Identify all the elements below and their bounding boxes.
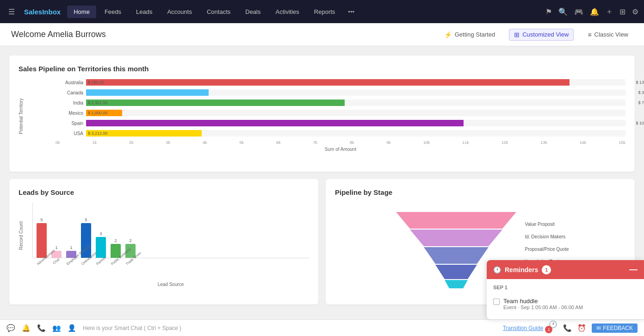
bottom-bar: 💬 🔔 📞 👥 👤 Here is your Smart Chat ( Ctrl…: [0, 319, 644, 336]
hbar-x-label: Sum of Amount: [56, 147, 625, 152]
funnel-label-3: Proposal/Price Quote: [525, 247, 569, 252]
svg-marker-3: [435, 265, 477, 279]
nav-contacts[interactable]: Contacts: [200, 6, 237, 18]
nav-action-icons: ⚑ 🔍 🎮 🔔 ＋ ⊞ ⚙: [545, 7, 638, 17]
hbar-row-mexico: Mexico $ 1,000.00: [56, 110, 625, 116]
hbar-val-canada: $ 3,400.00: [638, 90, 644, 95]
reminders-title: Reminders: [505, 266, 538, 274]
feedback-btn[interactable]: ✉ FEEDBACK: [592, 324, 638, 333]
classic-view-btn[interactable]: ≡ Classic View: [583, 29, 633, 40]
hbar-track-spain: $ 10,500.00: [86, 120, 625, 126]
classic-view-label: Classic View: [594, 31, 628, 38]
hbar-track-canada: $ 3,400.00: [86, 89, 625, 96]
hbar-track-usa: $ 3,212.00: [86, 130, 625, 137]
bottom-alarm-icon[interactable]: ⏰: [577, 324, 586, 332]
nav-deals[interactable]: Deals: [239, 6, 267, 18]
hbar-body: Australia $ 180.00 $ 13,440.00 Canada $ …: [56, 79, 625, 152]
reminders-panel: 🕐 Reminders 1 — SEP 1 Team huddle Event …: [487, 260, 644, 319]
sales-pipeline-card: Sales Pipeline on Territories this month…: [9, 56, 635, 172]
reminders-body: SEP 1 Team huddle Event · Sep 1 05:00 AM…: [487, 279, 644, 319]
chat-icon[interactable]: 💬: [6, 324, 15, 332]
bottom-notif-wrapper: 🕐 1: [549, 320, 557, 336]
vbar-x-axis-title: Lead Source: [32, 282, 309, 287]
transition-guide-link[interactable]: Transition Guide: [503, 325, 544, 331]
grid-icon: ⊞: [514, 31, 520, 38]
leads-by-source-card: Leads by Source Record Count 5 1: [9, 179, 318, 305]
pipeline-by-stage-title: Pipeline by Stage: [335, 188, 625, 196]
user-icon[interactable]: 👤: [68, 324, 76, 332]
hbar-label-spain: Spain: [56, 121, 83, 126]
settings-icon[interactable]: ⚙: [632, 7, 638, 16]
bottom-notif-badge: 1: [545, 326, 552, 333]
hbar-row-india: India $ 2,321.00 $ 7,184.00: [56, 100, 625, 106]
nav-accounts[interactable]: Accounts: [161, 6, 198, 18]
reminders-date: SEP 1: [493, 285, 638, 290]
bell-icon[interactable]: 🔔: [590, 7, 599, 16]
reminders-header: 🕐 Reminders 1 —: [487, 260, 644, 279]
search-icon[interactable]: 🔍: [558, 7, 568, 16]
reminder-title-0: Team huddle: [503, 298, 583, 305]
hbar-inner-usa: $ 3,212.00: [88, 131, 108, 136]
plus-icon[interactable]: ＋: [606, 7, 613, 17]
hbar-row-australia: Australia $ 180.00 $ 13,440.00: [56, 79, 625, 86]
flash-icon: ⚡: [444, 31, 452, 38]
hbar-x-ticks: 0k1k2k3k4k5k6k7k8k9k10k11k12k13k14k15k: [56, 140, 625, 145]
vbar-body: 5 1 1: [32, 203, 309, 258]
hbar-row-spain: Spain $ 10,500.00: [56, 120, 625, 126]
customized-view-btn[interactable]: ⊞ Customized View: [509, 29, 574, 41]
hamburger-icon[interactable]: ☰: [6, 5, 18, 19]
welcome-text: Welcome Amelia Burrows: [11, 30, 432, 39]
hbar-val-india: $ 7,184.00: [638, 100, 644, 105]
nav-activities[interactable]: Activities: [269, 6, 306, 18]
hbar-inner-india: $ 2,321.00: [88, 100, 108, 105]
svg-marker-4: [445, 280, 468, 288]
bottom-phone-icon[interactable]: 📞: [563, 324, 572, 332]
hbar-label-india: India: [56, 100, 83, 106]
smart-chat-text: Here is your Smart Chat ( Ctrl + Space ): [83, 325, 496, 331]
hbar-row-usa: USA $ 3,212.00: [56, 130, 625, 137]
hbar-inner-mexico: $ 1,000.00: [88, 111, 108, 115]
group-icon[interactable]: 👥: [52, 324, 61, 332]
nav-feeds[interactable]: Feeds: [98, 6, 128, 18]
reminders-minimize-btn[interactable]: —: [629, 265, 638, 274]
funnel-label-2: Id. Decision Makers: [525, 234, 569, 239]
nav-more-icon[interactable]: •••: [343, 6, 359, 18]
apps-icon[interactable]: ⊞: [619, 7, 625, 16]
phone-icon[interactable]: 📞: [37, 324, 46, 332]
reminders-clock-icon: 🕐: [493, 266, 501, 274]
reminder-checkbox-0[interactable]: [493, 299, 500, 305]
customized-view-label: Customized View: [522, 31, 569, 38]
leads-by-source-title: Leads by Source: [19, 188, 309, 196]
hbar-val-spain: $ 10,500.00: [636, 121, 644, 125]
sub-header-actions: ⚡ Getting Started ⊞ Customized View ≡ Cl…: [440, 29, 633, 41]
flag-icon[interactable]: ⚑: [545, 7, 552, 16]
gamepad-icon[interactable]: 🎮: [574, 7, 583, 16]
getting-started-label: Getting Started: [455, 31, 495, 38]
top-nav: ☰ SalesInbox Home Feeds Leads Accounts C…: [0, 0, 644, 23]
hbar-label-mexico: Mexico: [56, 111, 83, 116]
nav-home[interactable]: Home: [67, 6, 96, 18]
sub-header: Welcome Amelia Burrows ⚡ Getting Started…: [0, 23, 644, 46]
bottom-right: Transition Guide 🕐 1 📞 ⏰ ✉ FEEDBACK: [503, 320, 638, 336]
hbar-y-axis-label: Potential Territory: [19, 79, 24, 153]
alarm-icon[interactable]: 🔔: [22, 324, 31, 332]
reminder-item-0: Team huddle Event · Sep 1 05:00 AM - 06:…: [493, 294, 638, 314]
reminders-badge: 1: [542, 265, 551, 274]
feedback-label: FEEDBACK: [603, 325, 633, 331]
hbar-track-mexico: $ 1,000.00: [86, 110, 625, 116]
brand-logo[interactable]: SalesInbox: [19, 5, 65, 19]
hbar-inner-australia: $ 180.00: [88, 80, 104, 85]
hbar-label-usa: USA: [56, 131, 83, 136]
vbar-x-labels: Advertisement Chat Employee Referral Onl…: [32, 258, 309, 269]
list-icon: ≡: [588, 31, 591, 38]
hbar-track-australia: $ 180.00 $ 13,440.00: [86, 79, 625, 86]
feedback-mail-icon: ✉: [596, 325, 601, 331]
nav-leads[interactable]: Leads: [130, 6, 159, 18]
nav-reports[interactable]: Reports: [308, 6, 342, 18]
svg-marker-0: [396, 212, 516, 229]
funnel-label-1: Value Proposit: [525, 222, 569, 227]
getting-started-btn[interactable]: ⚡ Getting Started: [440, 29, 500, 40]
hbar-val-australia: $ 13,440.00: [636, 80, 644, 85]
svg-marker-1: [410, 230, 502, 246]
svg-marker-2: [424, 247, 489, 264]
